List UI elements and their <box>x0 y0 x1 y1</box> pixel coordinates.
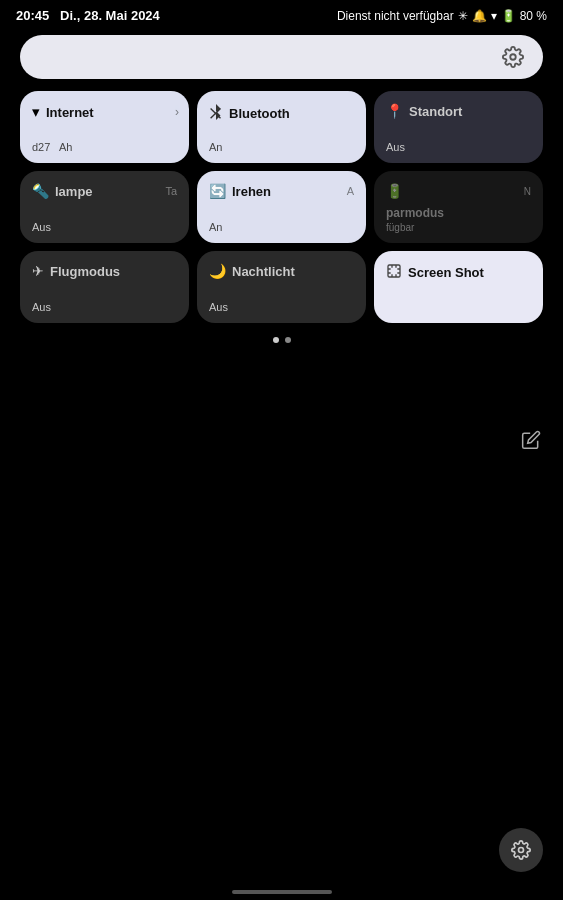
internet-label-wrap: ▾ Internet <box>32 103 177 121</box>
drehen-top: 🔄 lrehen A <box>209 183 354 199</box>
tile-bluetooth[interactable]: Bluetooth An <box>197 91 366 163</box>
quick-settings-grid: ▾ Internet d27 Ah › Bluetooth An 📍 Stand… <box>0 91 563 323</box>
flugmodus-title: Flugmodus <box>50 264 120 279</box>
sparmodus-title: parmodus <box>386 206 531 220</box>
tile-internet[interactable]: ▾ Internet d27 Ah › <box>20 91 189 163</box>
drehen-title: lrehen <box>232 184 271 199</box>
status-right: Dienst nicht verfügbar ✳ 🔔 ▾ 🔋 80 % <box>337 9 547 23</box>
location-icon: 📍 <box>386 103 403 119</box>
tile-nachtlicht[interactable]: 🌙 Nachtlicht Aus <box>197 251 366 323</box>
date: Di., 28. Mai 2024 <box>60 8 160 23</box>
tile-drehen[interactable]: 🔄 lrehen A An <box>197 171 366 243</box>
bluetooth-title: Bluetooth <box>229 106 290 121</box>
wifi-status-icon: ▾ <box>491 9 497 23</box>
sparmodus-subtitle: fügbar <box>386 222 531 233</box>
top-settings-button[interactable] <box>499 43 527 71</box>
bluetooth-status-icon: ✳ <box>458 9 468 23</box>
home-indicator <box>232 890 332 894</box>
rotate-icon: 🔄 <box>209 183 226 199</box>
svg-point-12 <box>519 848 524 853</box>
wifi-icon: ▾ <box>32 103 40 121</box>
vibrate-icon: 🔔 <box>472 9 487 23</box>
internet-title: Internet <box>46 105 94 120</box>
standort-subtitle: Aus <box>386 141 531 153</box>
page-dot-1 <box>273 337 279 343</box>
plane-icon: ✈ <box>32 263 44 279</box>
flugmodus-label-wrap: ✈ Flugmodus <box>32 263 177 279</box>
tile-flugmodus[interactable]: ✈ Flugmodus Aus <box>20 251 189 323</box>
bluetooth-subtitle: An <box>209 141 354 153</box>
standort-title: Standort <box>409 104 462 119</box>
battery-percent: 80 % <box>520 9 547 23</box>
tile-standort[interactable]: 📍 Standort Aus <box>374 91 543 163</box>
lampe-extra: Ta <box>165 185 177 197</box>
lampe-top: 🔦 lampe Ta <box>32 183 177 199</box>
service-text: Dienst nicht verfügbar <box>337 9 454 23</box>
moon-icon: 🌙 <box>209 263 226 279</box>
drehen-subtitle: An <box>209 221 354 233</box>
bottom-settings-button[interactable] <box>499 828 543 872</box>
bluetooth-label-wrap: Bluetooth <box>209 103 354 124</box>
search-bar <box>20 35 543 79</box>
battery-icon: 🔋 <box>501 9 516 23</box>
edit-button[interactable] <box>521 430 541 455</box>
bluetooth-icon <box>209 103 223 124</box>
time: 20:45 <box>16 8 49 23</box>
status-bar: 20:45 Di., 28. Mai 2024 Dienst nicht ver… <box>0 0 563 27</box>
drehen-label-wrap: 🔄 lrehen <box>209 183 271 199</box>
page-indicator <box>0 337 563 343</box>
tile-lampe[interactable]: 🔦 lampe Ta Aus <box>20 171 189 243</box>
screenshot-label-wrap: Screen Shot <box>386 263 531 282</box>
nachtlicht-subtitle: Aus <box>209 301 354 313</box>
drehen-extra: A <box>347 185 354 197</box>
battery-saver-icon: 🔋 <box>386 183 403 199</box>
internet-arrow-icon: › <box>175 105 179 119</box>
lampe-title: lampe <box>55 184 93 199</box>
sparmodus-top: 🔋 N <box>386 183 531 199</box>
lampe-subtitle: Aus <box>32 221 177 233</box>
standort-label-wrap: 📍 Standort <box>386 103 531 119</box>
sparmodus-extra: N <box>524 186 531 197</box>
lampe-label-wrap: 🔦 lampe <box>32 183 93 199</box>
svg-rect-3 <box>388 265 400 277</box>
svg-point-0 <box>510 54 516 60</box>
flashlight-icon: 🔦 <box>32 183 49 199</box>
tile-screenshot[interactable]: Screen Shot <box>374 251 543 323</box>
screenshot-icon <box>386 263 402 282</box>
status-time-date: 20:45 Di., 28. Mai 2024 <box>16 8 160 23</box>
internet-subtitle: d27 Ah <box>32 141 177 153</box>
nachtlicht-label-wrap: 🌙 Nachtlicht <box>209 263 354 279</box>
page-dot-2 <box>285 337 291 343</box>
tile-sparmodus[interactable]: 🔋 N parmodus fügbar <box>374 171 543 243</box>
nachtlicht-title: Nachtlicht <box>232 264 295 279</box>
flugmodus-subtitle: Aus <box>32 301 177 313</box>
screenshot-title: Screen Shot <box>408 265 484 280</box>
